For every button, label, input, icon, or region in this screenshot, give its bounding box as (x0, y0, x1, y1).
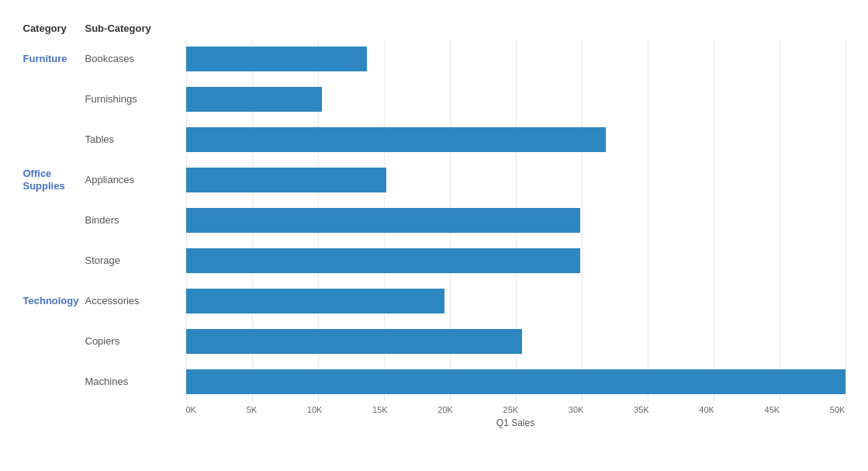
axis-tick: 15K (372, 405, 388, 414)
category-label: Furniture (23, 53, 85, 65)
bar-area (186, 200, 846, 241)
table-row: Furnishings (23, 79, 846, 119)
x-axis-label: Q1 Sales (186, 417, 846, 428)
bar-area (186, 39, 846, 79)
table-row: Binders (23, 200, 846, 241)
bar (186, 168, 386, 192)
subcategory-label: Furnishings (85, 93, 186, 105)
subcategory-label: Machines (85, 376, 186, 387)
bar (186, 208, 580, 233)
subcategory-label: Storage (85, 255, 186, 266)
axis-tick: 10K (307, 405, 323, 414)
subcategory-column-header: Sub-Category (85, 23, 186, 34)
column-headers: Category Sub-Category (23, 23, 846, 34)
axis-tick: 25K (503, 405, 519, 414)
bar (186, 127, 607, 152)
bar-area (186, 119, 846, 160)
bar (186, 47, 367, 71)
table-row: Storage (23, 241, 846, 281)
bar-area (186, 321, 846, 362)
axis-tick: 45K (765, 405, 780, 414)
subcategory-label: Copiers (85, 335, 186, 347)
axis-tick: 5K (247, 405, 257, 414)
x-axis: 0K5K10K15K20K25K30K35K40K45K50K (186, 405, 846, 414)
bar-area (186, 241, 846, 281)
bar-area (186, 281, 846, 321)
subcategory-label: Tables (85, 133, 186, 145)
axis-tick: 35K (634, 405, 649, 414)
bar-area (186, 79, 846, 119)
axis-tick: 30K (569, 405, 584, 414)
bar (186, 87, 322, 112)
chart-rows: FurnitureBookcasesFurnishingsTablesOffic… (23, 39, 846, 402)
axis-tick: 40K (699, 405, 714, 414)
axis-tick: 50K (830, 405, 846, 414)
category-label: Office Supplies (23, 168, 85, 192)
subcategory-label: Accessories (85, 295, 186, 306)
table-row: Office SuppliesAppliances (23, 160, 846, 200)
subcategory-label: Bookcases (85, 53, 186, 64)
table-row: Tables (23, 119, 846, 160)
bar (186, 369, 846, 394)
subcategory-label: Appliances (85, 174, 186, 185)
table-row: TechnologyAccessories (23, 281, 846, 321)
axis-tick: 0K (186, 405, 196, 414)
bar-area (186, 362, 846, 402)
table-row: Copiers (23, 321, 846, 362)
bar (186, 248, 580, 273)
table-row: FurnitureBookcases (23, 39, 846, 79)
category-label: Technology (23, 295, 85, 307)
category-column-header: Category (23, 23, 85, 34)
bar (186, 289, 444, 313)
bar (186, 329, 522, 354)
table-row: Machines (23, 362, 846, 402)
chart-container: Category Sub-Category FurnitureBookcases… (8, 7, 861, 465)
subcategory-label: Binders (85, 214, 186, 226)
axis-tick: 20K (437, 405, 453, 414)
bar-area (186, 160, 846, 200)
